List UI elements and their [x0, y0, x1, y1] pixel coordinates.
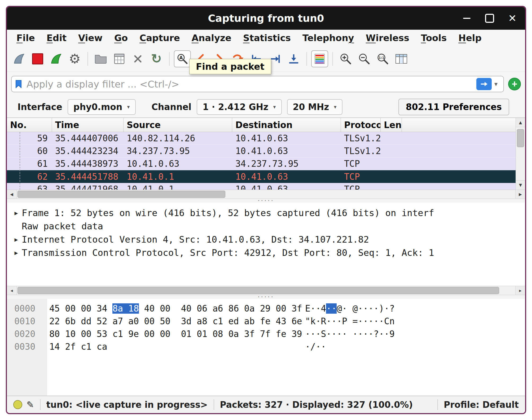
- capture-comment-icon[interactable]: ✎: [27, 400, 34, 409]
- hex-ascii[interactable]: ···S···· ····?··9: [305, 329, 395, 339]
- expand-arrow-icon[interactable]: ▸: [11, 235, 22, 243]
- menu-telephony[interactable]: Telephony: [297, 32, 360, 44]
- capture-options-button[interactable]: ⚙: [66, 50, 83, 67]
- packet-list-header: No. Time Source Destination Protocol Len…: [7, 118, 516, 132]
- column-header-destination[interactable]: Destination: [232, 118, 341, 132]
- menu-tools[interactable]: Tools: [415, 32, 452, 44]
- packet-row[interactable]: 60 35.444423234 34.237.73.95 10.41.0.63 …: [7, 145, 516, 158]
- pane-splitter[interactable]: ·····: [7, 199, 525, 203]
- packet-detail-row[interactable]: ▸ Transmission Control Protocol, Src Por…: [11, 246, 525, 259]
- expert-info-icon[interactable]: [13, 400, 22, 409]
- interface-combo[interactable]: phy0.mon ▾: [68, 99, 136, 115]
- column-header-source[interactable]: Source: [124, 118, 232, 132]
- channel-combo[interactable]: 1 · 2.412 GHz ▾: [197, 99, 282, 115]
- expand-arrow-icon[interactable]: ▸: [11, 249, 22, 257]
- packet-row[interactable]: 63 35.444471968 10.41.0.1 10.41.0.63 TCP: [7, 183, 516, 190]
- packet-row[interactable]: 61 35.444438973 10.41.0.63 34.237.73.95 …: [7, 158, 516, 170]
- packet-row-selected[interactable]: 62 35.444451788 10.41.0.1 10.41.0.63 TCP: [7, 170, 516, 183]
- titlebar: Capturing from tun0 ✕: [7, 7, 525, 30]
- maximize-button[interactable]: [482, 11, 497, 26]
- preferences-button[interactable]: 802.11 Preferences: [398, 99, 509, 115]
- column-header-length[interactable]: Length: [381, 118, 402, 132]
- auto-scroll-button[interactable]: [285, 50, 302, 67]
- bookmark-icon[interactable]: [15, 80, 22, 89]
- status-separator: [40, 400, 41, 410]
- plus-icon: +: [512, 79, 517, 89]
- bandwidth-combo[interactable]: 20 MHz ▾: [287, 99, 342, 115]
- close-button[interactable]: ✕: [505, 11, 520, 26]
- packet-row[interactable]: 59 35.444407006 140.82.114.26 10.41.0.63…: [7, 132, 516, 145]
- start-capture-button[interactable]: [11, 50, 28, 67]
- menu-file[interactable]: File: [11, 32, 41, 44]
- minimize-button[interactable]: [459, 11, 474, 26]
- apply-filter-button[interactable]: [476, 78, 492, 90]
- display-filter-container[interactable]: ▾: [11, 76, 504, 92]
- resize-columns-icon: [395, 54, 407, 64]
- hex-bytes[interactable]: 80 10 00 53 c1 9e 00 00 01 01 08 0a 3f 7…: [49, 329, 305, 339]
- details-hscrollbar[interactable]: ◀ ▶: [7, 286, 525, 295]
- zoom-normal-button[interactable]: 1:1: [374, 50, 391, 67]
- svg-text:1:1: 1:1: [379, 56, 384, 60]
- hex-bytes[interactable]: 22 6b dd 52 a7 a0 00 50 3d a8 c1 ed ab f…: [49, 316, 305, 326]
- filter-dropdown-caret[interactable]: ▾: [494, 80, 498, 88]
- display-filter-input[interactable]: [26, 78, 476, 90]
- scroll-left-arrow[interactable]: ◀: [7, 286, 17, 295]
- vscroll-thumb[interactable]: [517, 129, 524, 147]
- packet-list-vscrollbar[interactable]: ▲ ▼: [516, 118, 525, 190]
- close-capture-button[interactable]: [129, 50, 146, 67]
- scroll-left-arrow[interactable]: ◀: [7, 190, 17, 199]
- restart-capture-button[interactable]: [48, 50, 65, 67]
- save-file-button[interactable]: [111, 50, 128, 67]
- packet-detail-row[interactable]: ▸ Frame 1: 52 bytes on wire (416 bits), …: [11, 206, 525, 220]
- hex-ascii[interactable]: ·/··: [305, 342, 326, 352]
- hscroll-thumb[interactable]: [17, 191, 225, 198]
- zoom-out-button[interactable]: [356, 50, 373, 67]
- profile-text[interactable]: Profile: Default: [444, 400, 519, 410]
- hex-row[interactable]: 0020 80 10 00 53 c1 9e 00 00 01 01 08 0a…: [7, 327, 525, 340]
- packet-list-pane: No. Time Source Destination Protocol Len…: [7, 118, 525, 199]
- expand-arrow-icon[interactable]: ▸: [11, 209, 22, 217]
- menu-help[interactable]: Help: [452, 32, 487, 44]
- pane-splitter[interactable]: ·····: [7, 295, 525, 299]
- hscroll-thumb[interactable]: [17, 287, 499, 294]
- resize-columns-button[interactable]: [393, 50, 410, 67]
- hex-row[interactable]: 0000 45 00 00 34 8a 18 40 00 40 06 a6 86…: [7, 302, 525, 315]
- column-header-time[interactable]: Time: [52, 118, 124, 132]
- menu-analyze[interactable]: Analyze: [186, 32, 237, 44]
- hex-row[interactable]: 0010 22 6b dd 52 a7 a0 00 50 3d a8 c1 ed…: [7, 315, 525, 327]
- scroll-up-arrow[interactable]: ▲: [516, 118, 525, 127]
- window-title: Capturing from tun0: [208, 12, 324, 24]
- stop-icon: [32, 53, 43, 64]
- open-file-button[interactable]: [92, 50, 109, 67]
- stop-capture-button[interactable]: [29, 50, 46, 67]
- menu-statistics[interactable]: Statistics: [237, 32, 297, 44]
- zoom-in-button[interactable]: [337, 50, 354, 67]
- add-filter-button[interactable]: +: [508, 78, 521, 90]
- menu-go[interactable]: Go: [108, 32, 134, 44]
- hex-ascii[interactable]: E··4··@· @····)·?: [305, 303, 395, 314]
- hex-bytes[interactable]: 14 2f c1 ca: [49, 342, 305, 352]
- menu-capture[interactable]: Capture: [134, 32, 186, 44]
- ascii-selection[interactable]: ··: [326, 303, 337, 314]
- packet-detail-row[interactable]: ▸ Internet Protocol Version 4, Src: 10.4…: [11, 233, 525, 246]
- hex-row[interactable]: 0030 14 2f c1 ca ·/··: [7, 340, 525, 353]
- packet-detail-row[interactable]: Raw packet data: [11, 220, 525, 233]
- column-header-protocol[interactable]: Protocol: [341, 118, 381, 132]
- reload-button[interactable]: ↻: [148, 50, 165, 67]
- toolbar-separator: [332, 52, 333, 66]
- packet-list-hscrollbar[interactable]: ◀ ▶: [7, 190, 525, 199]
- menu-wireless[interactable]: Wireless: [360, 32, 415, 44]
- packet-list-content: No. Time Source Destination Protocol Len…: [7, 118, 516, 190]
- column-header-no[interactable]: No.: [7, 118, 52, 132]
- hex-bytes[interactable]: 45 00 00 34 8a 18 40 00 40 06 a6 86 0a 2…: [49, 303, 305, 314]
- scroll-down-arrow[interactable]: ▼: [516, 180, 525, 190]
- scroll-right-arrow[interactable]: ▶: [515, 190, 525, 199]
- menu-view[interactable]: View: [72, 32, 108, 44]
- hex-ascii[interactable]: "k·R···P =·····Cn: [305, 316, 395, 326]
- chevron-down-icon: ▾: [273, 104, 276, 110]
- hex-selection[interactable]: 8a 18: [112, 303, 139, 314]
- find-packet-button[interactable]: A: [174, 50, 191, 67]
- colorize-packets-button[interactable]: [311, 50, 328, 67]
- scroll-right-arrow[interactable]: ▶: [515, 286, 525, 295]
- menu-edit[interactable]: Edit: [41, 32, 72, 44]
